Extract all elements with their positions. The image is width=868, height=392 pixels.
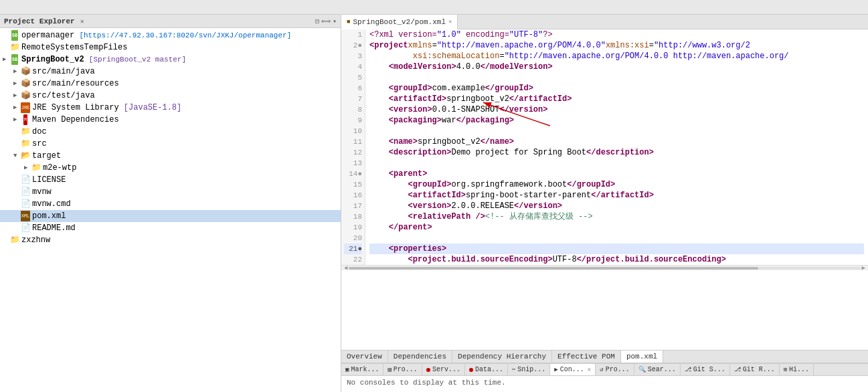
tree-item-src-main-java[interactable]: ▶ 📦 src/main/java (0, 66, 341, 78)
line-num-11: 11 (344, 136, 362, 147)
link-with-editor-icon[interactable]: ⟺ (321, 17, 331, 25)
editor-tab-label: SpringBoot_v2/pom.xml (353, 18, 446, 26)
tree-label-license: LICENSE (32, 175, 66, 185)
console-tab-console[interactable]: ▶ Con... ✕ (550, 364, 596, 375)
editor-tab-close[interactable]: ✕ (448, 18, 452, 25)
tree-item-springboot[interactable]: ▶ SB SpringBoot_v2 [SpringBoot_v2 master… (0, 54, 341, 66)
console-tab-markers[interactable]: ▣ Mark... (341, 364, 383, 375)
console-tab-history[interactable]: ⊞ Hi... (780, 364, 814, 375)
tree-label-m2e-wtp: m2e-wtp (43, 163, 76, 173)
line-num-4: 4 (344, 62, 362, 72)
horizontal-scrollbar[interactable]: ◀ ▶ (341, 265, 868, 270)
xml-icon-pom: XML (20, 211, 31, 221)
console-tab-data[interactable]: Data... (465, 364, 508, 375)
tree-item-src-test-java[interactable]: ▶ 📦 src/test/java (0, 90, 341, 102)
scrollbar-thumb-h[interactable] (349, 267, 758, 270)
pom-tab-dep-hierarchy[interactable]: Dependency Hierarchy (452, 351, 552, 363)
file-icon-mvnw-cmd: 📄 (20, 199, 31, 209)
line-num-6: 6 (344, 83, 362, 94)
tree-label-readme: README.md (32, 223, 76, 233)
code-line-21: <properties> (369, 243, 864, 254)
console-tab-close-icon[interactable]: ✕ (588, 366, 591, 373)
tree-label-src-test-java: src/test/java (32, 90, 95, 101)
line-num-18: 18 (344, 211, 362, 222)
toggle-springboot[interactable]: ▶ (3, 54, 9, 65)
toggle-src-main-res[interactable]: ▶ (13, 78, 20, 89)
tree-item-doc[interactable]: 📁 doc (0, 126, 341, 138)
console-tab-servers[interactable]: Serv... (422, 364, 465, 375)
folder-icon-src: 📁 (20, 138, 31, 149)
code-line-2: <project xmlns="http://maven.apache.org/… (369, 40, 864, 51)
tree-item-maven-dep[interactable]: ▶ M Maven Dependencies (0, 114, 341, 126)
console-tab-git-reflog[interactable]: ⎇ Git R... (730, 364, 780, 375)
file-icon-mvnw: 📄 (20, 187, 31, 197)
pom-tab-overview[interactable]: Overview (341, 351, 388, 363)
pom-tab-pom-xml[interactable]: pom.xml (621, 351, 663, 363)
code-line-6: <groupId>com.example</groupId> (369, 83, 864, 94)
code-line-22: <project.build.sourceEncoding>UTF-8</pro… (369, 254, 864, 265)
tree-item-src[interactable]: 📁 src (0, 138, 341, 150)
tree-item-license[interactable]: 📄 LICENSE (0, 174, 341, 186)
console-tab-properties[interactable]: ▤ Pro... (383, 364, 422, 375)
line-num-12: 12 (344, 147, 362, 158)
line-num-10: 10 (344, 126, 362, 136)
editor-panel: ■ SpringBoot_v2/pom.xml ✕ 1 2● 3 4 5 6 (341, 15, 868, 392)
tree-label-doc: doc (32, 126, 47, 137)
console-tab-snippets[interactable]: ✂ Snip... (508, 364, 550, 375)
tree-item-mvnw-cmd[interactable]: 📄 mvnw.cmd (0, 198, 341, 210)
pom-tab-dependencies[interactable]: Dependencies (388, 351, 452, 363)
toggle-src-main-java[interactable]: ▶ (13, 66, 20, 77)
tree-item-mvnw[interactable]: 📄 mvnw (0, 186, 341, 198)
line-num-17: 17 (344, 201, 362, 211)
line-num-20: 20 (344, 233, 362, 243)
tree-item-m2e-wtp[interactable]: ▶ 📁 m2e-wtp (0, 162, 341, 174)
pom-tab-effective-pom[interactable]: Effective POM (552, 351, 621, 363)
project-tree[interactable]: SB opermanager [https://47.92.30.167:802… (0, 28, 341, 392)
toggle-target[interactable]: ▼ (13, 151, 20, 161)
tree-label-src: src (32, 138, 47, 149)
tree-item-src-main-res[interactable]: ▶ 📦 src/main/resources (0, 78, 341, 90)
toggle-jre[interactable]: ▶ (13, 102, 20, 113)
code-lines[interactable]: <?xml version="1.0" encoding="UTF-8"?> <… (365, 29, 868, 265)
console-tab-progress[interactable]: ↺ Pro... (596, 364, 634, 375)
toggle-maven-dep[interactable]: ▶ (13, 114, 20, 125)
tree-item-opermanager[interactable]: SB opermanager [https://47.92.30.167:802… (0, 29, 341, 41)
tree-item-jre[interactable]: ▶ JRE JRE System Library [JavaSE-1.8] (0, 102, 341, 114)
code-line-17: <version>2.0.0.RELEASE</version> (369, 201, 864, 211)
tree-item-pom-xml[interactable]: XML pom.xml (0, 210, 341, 222)
folder-icon-doc: 📁 (20, 126, 31, 137)
console-tab-git-staging[interactable]: ⎇ Git S... (681, 364, 730, 375)
tree-item-target[interactable]: ▼ 📂 target (0, 150, 341, 162)
tree-item-remote[interactable]: 📁 RemoteSystemsTempFiles (0, 41, 341, 54)
toggle-m2e-wtp[interactable]: ▶ (24, 163, 31, 173)
code-line-1: <?xml version="1.0" encoding="UTF-8"?> (369, 29, 864, 40)
collapse-all-icon[interactable]: ⊟ (315, 17, 319, 25)
pom-tabs: Overview Dependencies Dependency Hierarc… (341, 350, 868, 363)
editor-tab-pom-xml[interactable]: ■ SpringBoot_v2/pom.xml ✕ (341, 15, 458, 29)
project-explorer-titlebar: Project Explorer ✕ ⊟ ⟺ ▾ (0, 15, 341, 28)
top-bar (0, 0, 868, 15)
code-line-4: <modelVersion>4.0.0</modelVersion> (369, 62, 864, 72)
tree-label-remote: RemoteSystemsTempFiles (21, 42, 127, 53)
tree-label-target: target (32, 151, 61, 161)
close-icon[interactable]: ✕ (80, 17, 84, 25)
code-line-20 (369, 233, 864, 243)
properties-icon: ▤ (387, 366, 391, 373)
editor-content[interactable]: 1 2● 3 4 5 6 7 8 9 10 11 12 13 14● (341, 29, 868, 350)
console-tab-search[interactable]: 🔍 Sear... (634, 364, 681, 375)
git-staging-icon: ⎇ (685, 366, 691, 373)
tree-label-springboot: SpringBoot_v2 [SpringBoot_v2 master] (21, 54, 186, 65)
folder-icon-remote: 📁 (9, 42, 20, 53)
project-explorer-panel: Project Explorer ✕ ⊟ ⟺ ▾ SB opermanager … (0, 15, 341, 392)
code-line-15: <groupId>org.springframework.boot</group… (369, 179, 864, 190)
main-content: Project Explorer ✕ ⊟ ⟺ ▾ SB opermanager … (0, 15, 868, 392)
code-line-9: <packaging>war</packaging> (369, 115, 864, 126)
tree-item-readme[interactable]: 📄 README.md (0, 222, 341, 234)
tree-item-zxzhnw[interactable]: 📁 zxzhnw (0, 234, 341, 246)
toggle-src-test-java[interactable]: ▶ (13, 90, 20, 101)
servers-dot (426, 368, 430, 372)
tree-label-pom-xml: pom.xml (32, 211, 66, 221)
line-numbers: 1 2● 3 4 5 6 7 8 9 10 11 12 13 14● (341, 29, 365, 265)
springboot-icon: SB (9, 31, 20, 40)
view-menu-icon[interactable]: ▾ (333, 17, 337, 25)
